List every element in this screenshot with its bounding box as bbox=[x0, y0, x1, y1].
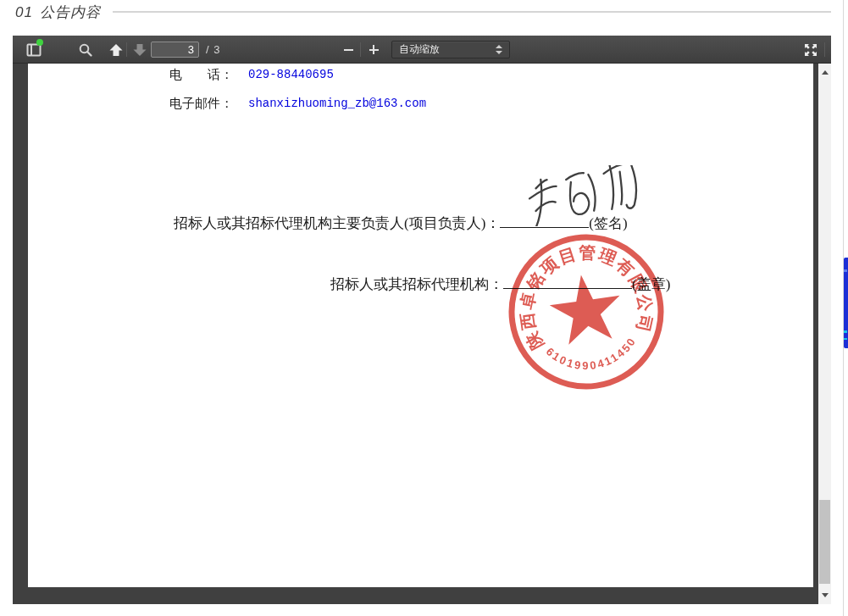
phone-label: 电 话： bbox=[169, 68, 233, 81]
floating-side-widget[interactable] bbox=[844, 258, 848, 348]
zoom-mode-value: 自动缩放 bbox=[399, 42, 440, 57]
sidebar-notification-dot bbox=[36, 39, 43, 46]
agency-line-label: 招标人或其招标代理机构： bbox=[330, 276, 503, 292]
email-label: 电子邮件： bbox=[169, 97, 233, 110]
widget-tick bbox=[844, 330, 847, 333]
presentation-mode-button[interactable] bbox=[800, 39, 821, 60]
page-title: 01公告内容 bbox=[15, 3, 101, 22]
select-arrows-icon bbox=[496, 45, 502, 54]
toolbar-divider bbox=[126, 42, 127, 57]
page-number-input[interactable] bbox=[151, 42, 199, 58]
email-value: shanxizhuoming_zb@163.com bbox=[248, 97, 426, 110]
sidebar-toggle-button[interactable] bbox=[23, 39, 44, 60]
signature-blank-line bbox=[500, 214, 589, 228]
pdf-viewer: / 3 自动缩放 bbox=[13, 36, 831, 604]
email-row: 电子邮件： shanxizhuoming_zb@163.com bbox=[169, 96, 233, 112]
zoom-in-button[interactable] bbox=[364, 39, 383, 60]
widget-dot bbox=[844, 269, 847, 272]
section-title: 公告内容 bbox=[40, 4, 101, 20]
zoom-out-icon bbox=[344, 49, 353, 51]
widget-tick bbox=[844, 338, 847, 340]
phone-value: 029-88440695 bbox=[248, 68, 334, 81]
zoom-in-icon bbox=[369, 45, 379, 54]
zoom-out-button[interactable] bbox=[339, 39, 357, 60]
next-page-button[interactable] bbox=[129, 39, 150, 60]
seal-star-icon bbox=[546, 270, 625, 347]
header-divider bbox=[113, 11, 831, 13]
screenshot-root: 01公告内容 bbox=[0, 0, 848, 616]
principal-line-label: 招标人或其招标代理机构主要负责人(项目负责人)： bbox=[174, 215, 500, 231]
viewer-scrollbar[interactable] bbox=[818, 64, 831, 604]
phone-row: 电 话： 029-88440695 bbox=[169, 67, 233, 83]
previous-page-button[interactable] bbox=[105, 39, 126, 60]
company-seal-stamp: 陕西卓铭项目管理有限公司 6101990411450 bbox=[491, 216, 682, 408]
scroll-up-icon[interactable] bbox=[822, 70, 829, 75]
scrollbar-thumb[interactable] bbox=[819, 500, 830, 584]
pdf-page: 电 话： 029-88440695 电子邮件： shanxizhuoming_z… bbox=[28, 64, 813, 587]
toolbar-divider bbox=[360, 42, 361, 57]
previous-page-icon bbox=[108, 43, 124, 57]
section-number: 01 bbox=[15, 4, 33, 20]
scroll-down-icon[interactable] bbox=[822, 593, 829, 597]
search-icon bbox=[78, 42, 93, 58]
page-count-label: / 3 bbox=[206, 36, 220, 64]
presentation-mode-icon bbox=[803, 42, 818, 58]
zoom-mode-select[interactable]: 自动缩放 bbox=[391, 41, 510, 58]
search-button[interactable] bbox=[75, 39, 96, 60]
next-page-icon bbox=[132, 43, 147, 57]
toolbar-divider bbox=[824, 42, 825, 57]
pdf-toolbar: / 3 自动缩放 bbox=[13, 36, 831, 64]
